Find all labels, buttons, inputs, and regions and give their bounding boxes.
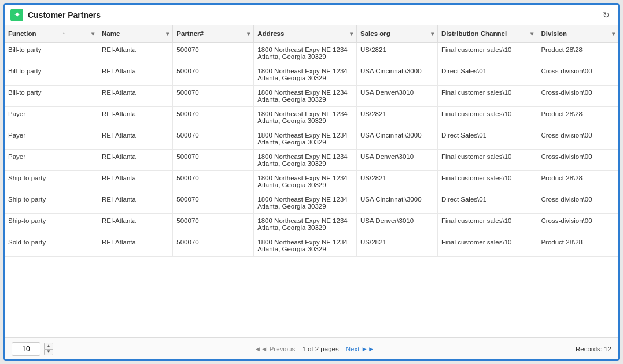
cell-function: Payer bbox=[5, 128, 98, 150]
cell-function: Bill-to party bbox=[5, 64, 98, 86]
footer: ▲ ▼ ◄◄ Previous 1 of 2 pages Next ►► Rec… bbox=[5, 337, 618, 359]
sort-dropdown-icon-name[interactable]: ▾ bbox=[166, 31, 169, 37]
cell-function: Ship-to party bbox=[5, 192, 98, 214]
table-row[interactable]: Bill-to partyREI-Atlanta5000701800 North… bbox=[5, 42, 618, 64]
title-bar: ✦ Customer Partners ↻ bbox=[5, 5, 618, 25]
cell-address: 1800 Northeast Expy NE 1234 Atlanta, Geo… bbox=[254, 192, 357, 214]
col-header-distchannel[interactable]: Distribution Channel ▾ bbox=[438, 25, 537, 42]
cell-function: Ship-to party bbox=[5, 171, 98, 192]
cell-salesorg: US\2821 bbox=[357, 171, 438, 192]
cell-address: 1800 Northeast Expy NE 1234 Atlanta, Geo… bbox=[254, 150, 357, 171]
window-title: Customer Partners bbox=[28, 10, 101, 20]
table-body: Bill-to partyREI-Atlanta5000701800 North… bbox=[5, 42, 618, 257]
table-row[interactable]: PayerREI-Atlanta5000701800 Northeast Exp… bbox=[5, 107, 618, 128]
cell-division: Cross-division\00 bbox=[537, 214, 618, 235]
cell-address: 1800 Northeast Expy NE 1234 Atlanta, Geo… bbox=[254, 107, 357, 128]
cell-address: 1800 Northeast Expy NE 1234 Atlanta, Geo… bbox=[254, 86, 357, 107]
col-header-address[interactable]: Address ▾ bbox=[254, 25, 357, 42]
app-icon: ✦ bbox=[10, 9, 23, 21]
cell-distchannel: Final customer sales\10 bbox=[438, 150, 537, 171]
cell-name: REI-Atlanta bbox=[98, 150, 173, 171]
cell-address: 1800 Northeast Expy NE 1234 Atlanta, Geo… bbox=[254, 128, 357, 150]
cell-distchannel: Final customer sales\10 bbox=[438, 42, 537, 64]
cell-address: 1800 Northeast Expy NE 1234 Atlanta, Geo… bbox=[254, 214, 357, 235]
cell-salesorg: USA Cincinnati\3000 bbox=[357, 64, 438, 86]
sort-dropdown-icon-distchannel[interactable]: ▾ bbox=[530, 31, 533, 37]
cell-partner: 500070 bbox=[173, 235, 254, 257]
cell-address: 1800 Northeast Expy NE 1234 Atlanta, Geo… bbox=[254, 235, 357, 257]
cell-partner: 500070 bbox=[173, 192, 254, 214]
sort-dropdown-icon-function[interactable]: ▾ bbox=[91, 31, 94, 37]
sort-dropdown-icon-partner[interactable]: ▾ bbox=[247, 31, 250, 37]
previous-button: ◄◄ Previous bbox=[255, 346, 296, 352]
table-row[interactable]: PayerREI-Atlanta5000701800 Northeast Exp… bbox=[5, 150, 618, 171]
table-row[interactable]: PayerREI-Atlanta5000701800 Northeast Exp… bbox=[5, 128, 618, 150]
cell-function: Payer bbox=[5, 150, 98, 171]
sort-dropdown-icon-salesorg[interactable]: ▾ bbox=[431, 31, 434, 37]
cell-distchannel: Direct Sales\01 bbox=[438, 64, 537, 86]
cell-salesorg: US\2821 bbox=[357, 107, 438, 128]
cell-name: REI-Atlanta bbox=[98, 128, 173, 150]
title-bar-left: ✦ Customer Partners bbox=[10, 9, 101, 21]
cell-distchannel: Final customer sales\10 bbox=[438, 107, 537, 128]
cell-name: REI-Atlanta bbox=[98, 171, 173, 192]
page-size-down-button[interactable]: ▼ bbox=[44, 349, 53, 355]
cell-division: Cross-division\00 bbox=[537, 150, 618, 171]
cell-salesorg: USA Denver\3010 bbox=[357, 86, 438, 107]
cell-function: Payer bbox=[5, 107, 98, 128]
cell-partner: 500070 bbox=[173, 107, 254, 128]
sort-dropdown-icon-division[interactable]: ▾ bbox=[612, 31, 615, 37]
sort-dropdown-icon-address[interactable]: ▾ bbox=[350, 31, 353, 37]
col-header-function[interactable]: Function ↑ ▾ bbox=[5, 25, 98, 42]
cell-name: REI-Atlanta bbox=[98, 192, 173, 214]
page-size-wrapper: ▲ ▼ bbox=[12, 342, 53, 356]
col-header-partner[interactable]: Partner# ▾ bbox=[173, 25, 254, 42]
cell-partner: 500070 bbox=[173, 86, 254, 107]
cell-name: REI-Atlanta bbox=[98, 86, 173, 107]
cell-salesorg: US\2821 bbox=[357, 235, 438, 257]
cell-function: Sold-to party bbox=[5, 235, 98, 257]
cell-division: Product 28\28 bbox=[537, 171, 618, 192]
data-table: Function ↑ ▾ Name ▾ Partner# bbox=[5, 25, 618, 257]
cell-salesorg: USA Cincinnati\3000 bbox=[357, 128, 438, 150]
refresh-button[interactable]: ↻ bbox=[600, 9, 613, 21]
table-row[interactable]: Ship-to partyREI-Atlanta5000701800 North… bbox=[5, 214, 618, 235]
cell-distchannel: Direct Sales\01 bbox=[438, 192, 537, 214]
cell-division: Cross-division\00 bbox=[537, 192, 618, 214]
page-size-input[interactable] bbox=[12, 342, 40, 356]
cell-partner: 500070 bbox=[173, 150, 254, 171]
col-header-salesorg[interactable]: Sales org ▾ bbox=[357, 25, 438, 42]
table-row[interactable]: Ship-to partyREI-Atlanta5000701800 North… bbox=[5, 171, 618, 192]
cell-name: REI-Atlanta bbox=[98, 42, 173, 64]
records-info: Records: 12 bbox=[576, 346, 611, 352]
table-row[interactable]: Bill-to partyREI-Atlanta5000701800 North… bbox=[5, 86, 618, 107]
cell-distchannel: Direct Sales\01 bbox=[438, 128, 537, 150]
cell-address: 1800 Northeast Expy NE 1234 Atlanta, Geo… bbox=[254, 171, 357, 192]
page-size-up-button[interactable]: ▲ bbox=[44, 343, 53, 349]
cell-partner: 500070 bbox=[173, 214, 254, 235]
table-row[interactable]: Ship-to partyREI-Atlanta5000701800 North… bbox=[5, 192, 618, 214]
table-header-row: Function ↑ ▾ Name ▾ Partner# bbox=[5, 25, 618, 42]
cell-address: 1800 Northeast Expy NE 1234 Atlanta, Geo… bbox=[254, 42, 357, 64]
table-row[interactable]: Bill-to partyREI-Atlanta5000701800 North… bbox=[5, 64, 618, 86]
pagination-controls: ◄◄ Previous 1 of 2 pages Next ►► bbox=[255, 346, 375, 352]
cell-division: Product 28\28 bbox=[537, 107, 618, 128]
cell-salesorg: USA Denver\3010 bbox=[357, 150, 438, 171]
cell-division: Cross-division\00 bbox=[537, 64, 618, 86]
cell-function: Bill-to party bbox=[5, 86, 98, 107]
main-window: ✦ Customer Partners ↻ Function ↑ ▾ bbox=[3, 3, 620, 361]
cell-division: Product 28\28 bbox=[537, 42, 618, 64]
cell-division: Cross-division\00 bbox=[537, 86, 618, 107]
cell-name: REI-Atlanta bbox=[98, 214, 173, 235]
cell-partner: 500070 bbox=[173, 42, 254, 64]
table-row[interactable]: Sold-to partyREI-Atlanta5000701800 North… bbox=[5, 235, 618, 257]
cell-salesorg: USA Cincinnati\3000 bbox=[357, 192, 438, 214]
spinner-buttons: ▲ ▼ bbox=[44, 343, 53, 355]
cell-salesorg: USA Denver\3010 bbox=[357, 214, 438, 235]
cell-division: Cross-division\00 bbox=[537, 128, 618, 150]
cell-distchannel: Final customer sales\10 bbox=[438, 235, 537, 257]
page-info: 1 of 2 pages bbox=[302, 346, 338, 352]
next-button[interactable]: Next ►► bbox=[346, 346, 375, 352]
col-header-name[interactable]: Name ▾ bbox=[98, 25, 173, 42]
col-header-division[interactable]: Division ▾ bbox=[537, 25, 618, 42]
